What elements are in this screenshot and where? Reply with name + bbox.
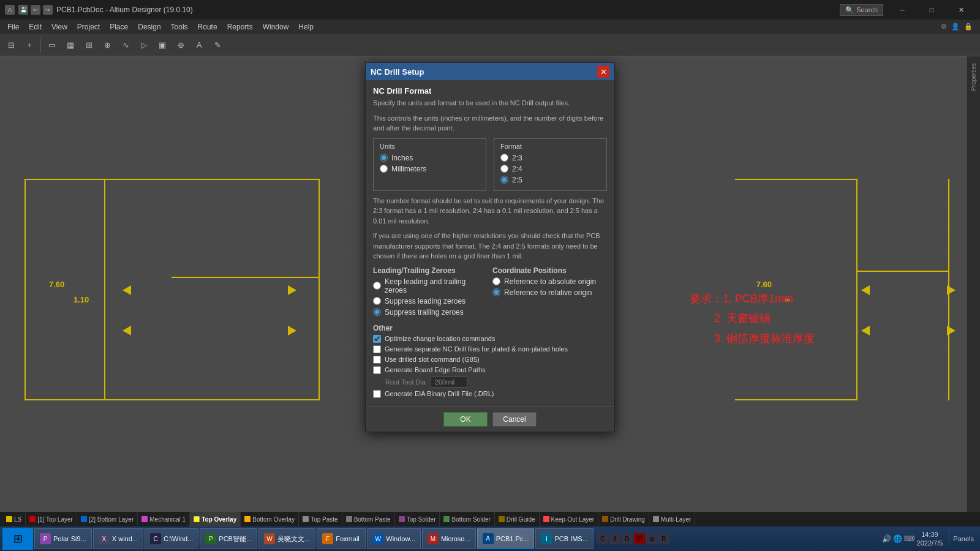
- layer-mech1[interactable]: Mechanical 1: [138, 512, 190, 527]
- task-ms[interactable]: M Microsо...: [422, 528, 476, 549]
- save-icon[interactable]: 💾: [18, 5, 28, 15]
- radio-mm[interactable]: Millimeters: [380, 165, 480, 173]
- menu-route[interactable]: Route: [193, 21, 222, 32]
- cb-use-slot[interactable]: Use drilled slot command (G85): [373, 356, 607, 364]
- redo-icon[interactable]: ↪: [43, 5, 53, 15]
- task-cmd[interactable]: C C:\Wind...: [145, 528, 198, 549]
- cb-generate-eia[interactable]: Generate EIA Binary Drill File (.DRL): [373, 390, 607, 398]
- layers-button[interactable]: ⊞: [80, 37, 97, 54]
- icon-4[interactable]: 印: [634, 533, 645, 544]
- zoom-button[interactable]: ⊕: [172, 37, 189, 54]
- menu-tools[interactable]: Tools: [166, 21, 193, 32]
- search-box[interactable]: 🔍 Search: [840, 4, 883, 16]
- lock-icon[interactable]: 🔒: [964, 23, 973, 30]
- layer-bottom-paste[interactable]: Bottom Paste: [342, 512, 395, 527]
- tray-icon-2[interactable]: 🌐: [893, 534, 902, 543]
- chart-button[interactable]: ▦: [62, 37, 79, 54]
- panels-button[interactable]: Panels: [949, 528, 978, 549]
- pcb-smart-icon: P: [205, 533, 216, 544]
- task-pcbims[interactable]: I PCB IMS...: [535, 528, 593, 549]
- gear-icon[interactable]: ⚙: [941, 23, 947, 30]
- radio-suppress-trailing[interactable]: Suppress trailing zeroes: [373, 308, 488, 317]
- text-button[interactable]: A: [190, 37, 208, 54]
- add-button[interactable]: +: [21, 37, 38, 54]
- radio-keep-zeroes[interactable]: Keep leading and trailing zeroes: [373, 277, 488, 294]
- close-button[interactable]: ✕: [947, 0, 975, 20]
- task-foxmail[interactable]: F Foxmail: [317, 528, 366, 549]
- ok-button[interactable]: OK: [443, 412, 488, 427]
- tray-icon-3[interactable]: ⌨: [904, 534, 914, 543]
- cb-generate-separate[interactable]: Generate separate NC Drill files for pla…: [373, 345, 607, 353]
- task-wu[interactable]: W 吴晓文文...: [258, 528, 315, 549]
- task-window[interactable]: W Window...: [367, 528, 421, 549]
- layer-top-overlay[interactable]: Top Overlay: [190, 512, 241, 527]
- start-button[interactable]: ⊞: [2, 528, 33, 550]
- filter-button[interactable]: ⊟: [2, 37, 20, 54]
- layer-top[interactable]: [1] Top Layer: [26, 512, 77, 527]
- layer-top-paste[interactable]: Top Paste: [299, 512, 342, 527]
- task-x[interactable]: X X wind...: [93, 528, 143, 549]
- foxmail-icon: F: [322, 533, 333, 544]
- layer-mech1-dot: [141, 516, 148, 522]
- maximize-button[interactable]: □: [918, 0, 946, 20]
- user-icon[interactable]: 👤: [951, 23, 960, 30]
- rect-button[interactable]: ▭: [43, 37, 61, 54]
- undo-icon[interactable]: ↩: [31, 5, 40, 15]
- menu-file[interactable]: File: [2, 21, 24, 32]
- radio-25[interactable]: 2:5: [500, 176, 600, 184]
- menu-edit[interactable]: Edit: [24, 21, 47, 32]
- mm-label: Millimeters: [391, 165, 426, 173]
- menu-reports[interactable]: Reports: [222, 21, 258, 32]
- comp-button[interactable]: ⊕: [99, 37, 116, 54]
- task-polar[interactable]: P Polar Si9...: [34, 528, 92, 549]
- icon-1[interactable]: C: [597, 533, 608, 544]
- icon-2[interactable]: 3: [609, 533, 620, 544]
- layer-top-overlay-label: Top Overlay: [202, 516, 236, 523]
- route-button[interactable]: ∿: [117, 37, 134, 54]
- cb-generate-board-edge[interactable]: Generate Board Edge Rout Paths: [373, 366, 607, 374]
- radio-ref-relative[interactable]: Reference to relative origin: [492, 288, 607, 297]
- layer-drill-drawing-label: Drill Drawing: [610, 516, 645, 523]
- layer-bottom-solder[interactable]: Bottom Solder: [440, 512, 494, 527]
- layer-keepout-label: Keep-Out Layer: [551, 516, 595, 523]
- layer-bottom-overlay[interactable]: Bottom Overlay: [241, 512, 299, 527]
- menu-place[interactable]: Place: [105, 21, 133, 32]
- radio-inches[interactable]: Inches: [380, 154, 480, 162]
- pen-button[interactable]: ✎: [209, 37, 226, 54]
- start-icon: ⊞: [13, 532, 23, 545]
- menu-help[interactable]: Help: [293, 21, 318, 32]
- zeroes-group: Leading/Trailing Zeroes Keep leading and…: [373, 266, 488, 319]
- menu-view[interactable]: View: [47, 21, 72, 32]
- layer-top-label: [1] Top Layer: [37, 516, 73, 523]
- radio-23[interactable]: 2:3: [500, 154, 600, 162]
- radio-ref-absolute[interactable]: Reference to absolute origin: [492, 277, 607, 286]
- layer-bottom[interactable]: [2] Bottom Layer: [77, 512, 138, 527]
- minimize-button[interactable]: ─: [888, 0, 916, 20]
- icon-5[interactable]: ⊞: [646, 533, 657, 544]
- layer-keepout[interactable]: Keep-Out Layer: [540, 512, 599, 527]
- task-pcb-smart[interactable]: P PCB智能...: [200, 528, 257, 549]
- radio-24[interactable]: 2:4: [500, 165, 600, 173]
- view3d-button[interactable]: ▣: [154, 37, 171, 54]
- window-controls: ─ □ ✕: [888, 0, 975, 20]
- menu-project[interactable]: Project: [72, 21, 105, 32]
- layer-bottom-solder-label: Bottom Solder: [451, 516, 490, 523]
- task-pcb1[interactable]: A PCB1.Pc...: [477, 528, 535, 549]
- icon-3[interactable]: D: [622, 533, 633, 544]
- layer-drill-guide[interactable]: Drill Guide: [495, 512, 540, 527]
- layer-multi[interactable]: Multi-Layer: [649, 512, 695, 527]
- layer-drill-drawing[interactable]: Drill Drawing: [598, 512, 649, 527]
- cancel-button[interactable]: Cancel: [492, 412, 537, 427]
- icon-6[interactable]: R: [658, 533, 669, 544]
- layer-bottom-paste-dot: [346, 516, 352, 522]
- menu-window[interactable]: Window: [258, 21, 294, 32]
- layer-ls[interactable]: LS: [2, 512, 26, 527]
- time-display: 14:39: [917, 530, 943, 539]
- cb-optimize[interactable]: Optimize change location commands: [373, 335, 607, 343]
- place-button[interactable]: ▷: [135, 37, 153, 54]
- menu-design[interactable]: Design: [133, 21, 165, 32]
- tray-icon-1[interactable]: 🔊: [882, 534, 891, 543]
- dialog-close-button[interactable]: ✕: [597, 66, 609, 78]
- radio-suppress-leading[interactable]: Suppress leading zeroes: [373, 297, 488, 305]
- layer-top-solder[interactable]: Top Solder: [395, 512, 440, 527]
